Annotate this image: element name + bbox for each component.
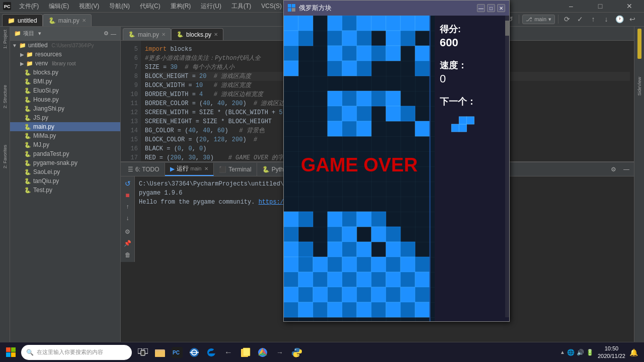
- structure-panel-label[interactable]: 2: Structure: [2, 82, 9, 112]
- sidebar-dropdown-icon[interactable]: ▾: [38, 30, 41, 37]
- run-tools: ↺ ■ ↑ ↓ ⚙ 📌 🗑: [121, 176, 135, 262]
- maximize-button[interactable]: □: [589, 0, 612, 14]
- menu-view[interactable]: 视图(V): [77, 1, 101, 12]
- taskbar-edge[interactable]: [203, 344, 219, 360]
- svg-rect-18: [298, 31, 313, 46]
- menu-edit[interactable]: 编辑(E): [47, 1, 71, 12]
- commit-button[interactable]: ✓: [575, 14, 586, 25]
- taskbar-chrome[interactable]: [255, 344, 271, 360]
- taskbar-ie[interactable]: [186, 344, 202, 360]
- start-button[interactable]: [2, 343, 20, 361]
- menu-tools[interactable]: 工具(T): [229, 1, 253, 12]
- pull-button[interactable]: ↓: [601, 14, 612, 25]
- folder-icon: 📁: [26, 51, 33, 58]
- tree-mj[interactable]: 🐍 MJ.py: [10, 140, 120, 149]
- menu-file[interactable]: 文件(F): [17, 1, 41, 12]
- menu-code[interactable]: 代码(C): [138, 1, 163, 12]
- stop-run-button[interactable]: ■: [122, 190, 133, 200]
- taskbar-python[interactable]: [289, 344, 305, 360]
- tree-main[interactable]: 🐍 main.py: [10, 122, 120, 131]
- sideview-label[interactable]: SideView: [636, 74, 643, 99]
- tetris-maximize-button[interactable]: □: [487, 4, 495, 12]
- svg-rect-112: [459, 117, 466, 124]
- tab-todo[interactable]: ☰ 6: TODO: [123, 163, 165, 176]
- tree-venv[interactable]: ▶ 📁 venv library root: [10, 59, 120, 68]
- tab-close-icon[interactable]: ✕: [204, 166, 208, 171]
- taskbar-file-manager[interactable]: [152, 344, 168, 360]
- rerun-button[interactable]: ↺: [122, 178, 133, 188]
- tetris-scrollbar-thumb[interactable]: [505, 21, 509, 36]
- tree-jiangshi[interactable]: 🐍 JiangShi.py: [10, 104, 120, 113]
- tab-untitled[interactable]: 📁 untitled: [2, 14, 43, 26]
- tree-test[interactable]: 🐍 Test.py: [10, 186, 120, 195]
- svg-rect-122: [155, 351, 165, 357]
- toolbar-separator-2: [519, 15, 519, 24]
- menu-refactor[interactable]: 重构(R): [169, 1, 193, 12]
- taskbar-back-arrow[interactable]: ←: [220, 344, 236, 360]
- tree-js[interactable]: 🐍 JS.py: [10, 113, 120, 122]
- back-arrow-icon: ←: [224, 348, 232, 357]
- taskbar-arrow[interactable]: →: [272, 344, 288, 360]
- svg-rect-65: [357, 242, 371, 257]
- branch-selector[interactable]: ⎇ main ▾: [522, 15, 555, 24]
- tab-close-icon[interactable]: ✕: [214, 32, 218, 37]
- tab-close-icon[interactable]: ✕: [162, 32, 166, 37]
- favorites-label[interactable]: 2: Favorites: [2, 142, 9, 171]
- taskbar-pycharm[interactable]: PC: [169, 344, 185, 360]
- svg-rect-84: [371, 272, 386, 287]
- tree-pygame-snak[interactable]: 🐍 pygame-snak.py: [10, 158, 120, 167]
- tree-saolei[interactable]: 🐍 SaoLei.py: [10, 167, 120, 176]
- editor-tab-blocks[interactable]: 🐍 blocks.py ✕: [171, 28, 223, 40]
- clear-button[interactable]: 🗑: [122, 250, 133, 260]
- py-icon: 🐍: [24, 69, 31, 76]
- minimize-button[interactable]: –: [559, 0, 583, 14]
- tree-bmi[interactable]: 🐍 BMI.py: [10, 77, 120, 86]
- history-button[interactable]: 🕐: [614, 14, 625, 25]
- scroll-up-button[interactable]: ↑: [122, 202, 133, 211]
- clock[interactable]: 10:50 2020/11/22: [598, 345, 625, 359]
- menu-vcs[interactable]: VCS(S): [259, 2, 284, 11]
- taskbar-search[interactable]: 🔍 在这里输入你要搜索的内容: [21, 345, 132, 360]
- taskbar-files[interactable]: [237, 344, 254, 360]
- tree-mima[interactable]: 🐍 MiMa.py: [10, 131, 120, 140]
- push-button[interactable]: ↑: [588, 14, 599, 25]
- py-icon: 🐍: [24, 97, 31, 103]
- close-button[interactable]: ✕: [618, 0, 641, 14]
- tree-resources[interactable]: ▶ 📁 resources: [10, 50, 120, 59]
- task-view-button[interactable]: [135, 344, 151, 360]
- chevron-right-icon: ▶: [20, 52, 24, 57]
- menu-nav[interactable]: 导航(N): [107, 1, 132, 12]
- tetris-close-button[interactable]: ✕: [497, 4, 505, 12]
- settings-icon[interactable]: ⚙: [608, 164, 619, 175]
- project-panel-label[interactable]: 1: Project: [2, 27, 9, 52]
- close-panel-icon[interactable]: —: [621, 164, 632, 175]
- svg-rect-116: [6, 352, 11, 357]
- collapse-icon[interactable]: —: [111, 31, 116, 37]
- revert-button[interactable]: ↩: [627, 14, 638, 25]
- menu-run[interactable]: 运行(U): [199, 1, 223, 12]
- settings-icon[interactable]: ⚙: [104, 30, 109, 37]
- tree-eluosi[interactable]: 🐍 EluoSi.py: [10, 86, 120, 95]
- network-icon[interactable]: 🌐: [567, 349, 575, 356]
- tree-root[interactable]: ▼ 📁 untitled C:\Users\37364\Py: [10, 41, 120, 50]
- tree-house[interactable]: 🐍 House.py: [10, 95, 120, 104]
- notification-icon[interactable]: 🔔: [629, 348, 638, 356]
- tab-run[interactable]: ▶ 运行 main ✕: [165, 163, 214, 176]
- scroll-down-button[interactable]: ↓: [122, 213, 133, 223]
- tetris-minimize-button[interactable]: —: [477, 4, 485, 12]
- tab-terminal[interactable]: ⬛ Terminal: [214, 163, 257, 176]
- tree-blocks[interactable]: 🐍 blocks.py: [10, 68, 120, 77]
- tree-panda[interactable]: 🐍 pandaTest.py: [10, 149, 120, 158]
- settings-run-button[interactable]: ⚙: [122, 227, 133, 237]
- tab-close-icon[interactable]: ✕: [82, 18, 86, 23]
- svg-rect-93: [357, 287, 371, 302]
- svg-rect-29: [386, 46, 400, 61]
- pin-button[interactable]: 📌: [122, 239, 133, 248]
- up-arrow-icon[interactable]: ▲: [560, 349, 565, 355]
- tab-mainpy[interactable]: 🐍 main.py ✕: [43, 14, 92, 26]
- editor-tab-main[interactable]: 🐍 main.py ✕: [123, 28, 171, 40]
- tree-tanqiu[interactable]: 🐍 tanQiu.py: [10, 176, 120, 186]
- tetris-titlebar[interactable]: 俄罗斯方块 — □ ✕: [284, 1, 509, 16]
- volume-icon[interactable]: 🔊: [577, 349, 584, 356]
- update-button[interactable]: ⟳: [561, 14, 573, 25]
